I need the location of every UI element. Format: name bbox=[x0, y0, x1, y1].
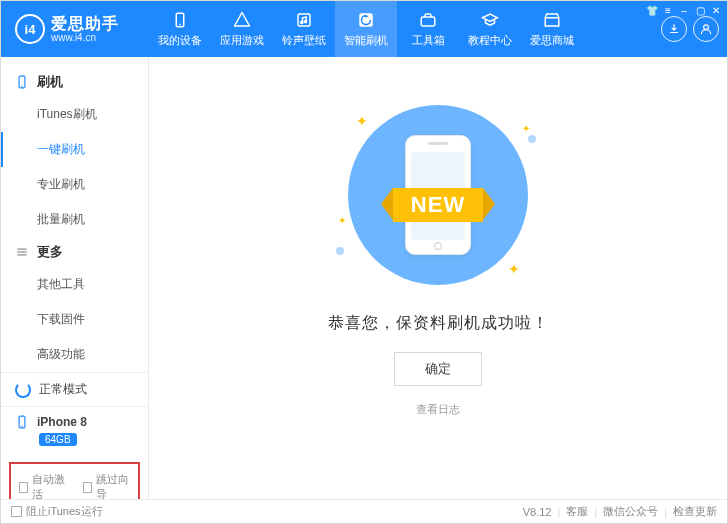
logo-badge-icon: i4 bbox=[15, 14, 45, 44]
phone-icon bbox=[15, 415, 29, 429]
view-log-link[interactable]: 查看日志 bbox=[416, 402, 460, 417]
brand-url: www.i4.cn bbox=[51, 32, 119, 43]
success-message: 恭喜您，保资料刷机成功啦！ bbox=[328, 313, 549, 334]
nav-label: 我的设备 bbox=[158, 33, 202, 48]
minimize-button[interactable]: – bbox=[677, 3, 691, 17]
user-button[interactable] bbox=[693, 16, 719, 42]
nav-apps[interactable]: 应用游戏 bbox=[211, 1, 273, 57]
sidebar-group-title: 更多 bbox=[37, 243, 63, 261]
statusbar: 阻止iTunes运行 V8.12 | 客服 | 微信公众号 | 检查更新 bbox=[1, 499, 727, 523]
download-button[interactable] bbox=[661, 16, 687, 42]
sidebar-item-advanced[interactable]: 高级功能 bbox=[1, 337, 148, 372]
sparkle-icon: ✦ bbox=[522, 123, 530, 134]
school-icon bbox=[480, 10, 500, 30]
version-label: V8.12 bbox=[523, 506, 552, 518]
sparkle-icon: ✦ bbox=[338, 215, 346, 226]
checkbox-auto-activate[interactable]: 自动激活 bbox=[19, 472, 67, 499]
shirt-icon[interactable]: 👕 bbox=[645, 3, 659, 17]
check-update-link[interactable]: 检查更新 bbox=[673, 504, 717, 519]
svg-point-3 bbox=[301, 21, 303, 23]
sidebar: 刷机 iTunes刷机 一键刷机 专业刷机 批量刷机 更多 其他工具 下载固件 … bbox=[1, 57, 149, 499]
checkbox-icon bbox=[83, 482, 92, 493]
ok-button[interactable]: 确定 bbox=[394, 352, 482, 386]
titlebar: 👕 ≡ – ▢ ✕ i4 爱思助手 www.i4.cn 我的设备 应用游戏 铃声… bbox=[1, 1, 727, 57]
sidebar-group-more[interactable]: 更多 bbox=[1, 237, 148, 267]
dot-icon bbox=[336, 247, 344, 255]
nav-my-device[interactable]: 我的设备 bbox=[149, 1, 211, 57]
checkbox-label: 阻止iTunes运行 bbox=[26, 504, 103, 519]
checkbox-icon bbox=[19, 482, 28, 493]
apps-icon bbox=[232, 10, 252, 30]
checkbox-block-itunes[interactable]: 阻止iTunes运行 bbox=[11, 504, 103, 519]
svg-point-4 bbox=[304, 20, 306, 22]
maximize-button[interactable]: ▢ bbox=[693, 3, 707, 17]
top-nav: 我的设备 应用游戏 铃声壁纸 智能刷机 工具箱 教程中心 爱思商城 bbox=[149, 1, 583, 57]
nav-label: 工具箱 bbox=[412, 33, 445, 48]
sidebar-item-batch-flash[interactable]: 批量刷机 bbox=[1, 202, 148, 237]
brand-name: 爱思助手 bbox=[51, 15, 119, 33]
device-icon bbox=[170, 10, 190, 30]
sidebar-item-pro-flash[interactable]: 专业刷机 bbox=[1, 167, 148, 202]
menu-icon bbox=[15, 245, 29, 259]
nav-tutorials[interactable]: 教程中心 bbox=[459, 1, 521, 57]
nav-label: 应用游戏 bbox=[220, 33, 264, 48]
sidebar-item-other-tools[interactable]: 其他工具 bbox=[1, 267, 148, 302]
flash-icon bbox=[356, 10, 376, 30]
refresh-icon bbox=[15, 382, 31, 398]
phone-icon bbox=[15, 75, 29, 89]
nav-label: 教程中心 bbox=[468, 33, 512, 48]
nav-label: 铃声壁纸 bbox=[282, 33, 326, 48]
device-info[interactable]: iPhone 8 64GB bbox=[1, 406, 148, 454]
nav-label: 智能刷机 bbox=[344, 33, 388, 48]
svg-rect-6 bbox=[421, 17, 435, 26]
nav-flash[interactable]: 智能刷机 bbox=[335, 1, 397, 57]
checkbox-icon bbox=[11, 506, 22, 517]
logo: i4 爱思助手 www.i4.cn bbox=[1, 14, 149, 44]
main-panel: ✦ ✦ ✦ ✦ NEW 恭喜您，保资料刷机成功啦！ 确定 查看日志 bbox=[149, 57, 727, 499]
nav-toolbox[interactable]: 工具箱 bbox=[397, 1, 459, 57]
close-button[interactable]: ✕ bbox=[709, 3, 723, 17]
sidebar-item-download-firmware[interactable]: 下载固件 bbox=[1, 302, 148, 337]
dot-icon bbox=[528, 135, 536, 143]
sidebar-group-flash[interactable]: 刷机 bbox=[1, 67, 148, 97]
device-storage-badge: 64GB bbox=[39, 433, 77, 446]
menu-icon[interactable]: ≡ bbox=[661, 3, 675, 17]
sparkle-icon: ✦ bbox=[356, 113, 368, 129]
checkbox-label: 自动激活 bbox=[32, 472, 66, 499]
success-illustration: ✦ ✦ ✦ ✦ NEW bbox=[328, 95, 548, 295]
nav-store[interactable]: 爱思商城 bbox=[521, 1, 583, 57]
checkbox-skip-guide[interactable]: 跳过向导 bbox=[83, 472, 131, 499]
store-icon bbox=[542, 10, 562, 30]
toolbox-icon bbox=[418, 10, 438, 30]
support-link[interactable]: 客服 bbox=[566, 504, 588, 519]
svg-point-7 bbox=[704, 25, 709, 30]
new-ribbon: NEW bbox=[393, 188, 483, 222]
wechat-link[interactable]: 微信公众号 bbox=[603, 504, 658, 519]
device-mode[interactable]: 正常模式 bbox=[1, 372, 148, 406]
flash-options: 自动激活 跳过向导 bbox=[9, 462, 140, 499]
device-mode-label: 正常模式 bbox=[39, 381, 87, 398]
svg-rect-2 bbox=[298, 14, 310, 26]
checkbox-label: 跳过向导 bbox=[96, 472, 130, 499]
sparkle-icon: ✦ bbox=[508, 261, 520, 277]
nav-label: 爱思商城 bbox=[530, 33, 574, 48]
sidebar-item-oneclick-flash[interactable]: 一键刷机 bbox=[1, 132, 148, 167]
device-name: iPhone 8 bbox=[37, 415, 87, 429]
sidebar-group-title: 刷机 bbox=[37, 73, 63, 91]
nav-ringtones[interactable]: 铃声壁纸 bbox=[273, 1, 335, 57]
sidebar-item-itunes-flash[interactable]: iTunes刷机 bbox=[1, 97, 148, 132]
music-icon bbox=[294, 10, 314, 30]
